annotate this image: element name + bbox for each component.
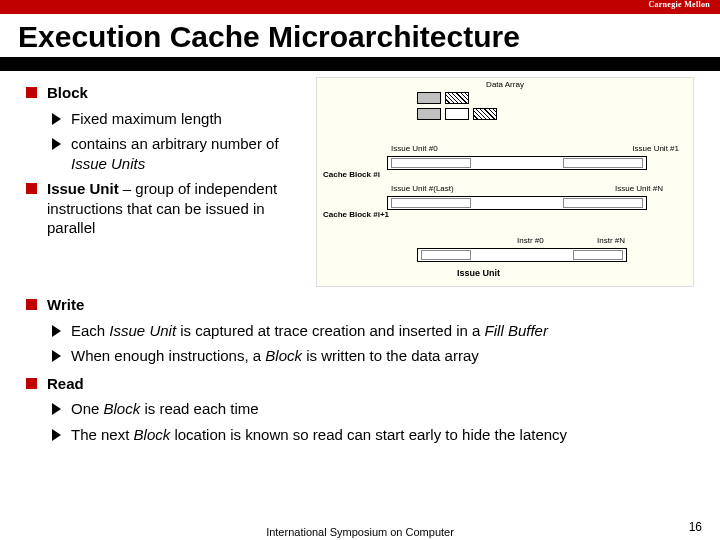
triangle-bullet-icon (52, 429, 61, 441)
bullet-read: Read (26, 374, 694, 394)
bullet-block-sub2: contains an arbitrary number of Issue Un… (52, 134, 306, 173)
page-number: 16 (689, 520, 702, 534)
brand-label: Carnegie Mellon (648, 0, 710, 9)
triangle-bullet-icon (52, 113, 61, 125)
bullet-block-label: Block (47, 83, 88, 103)
issue-unit-box (391, 198, 471, 208)
triangle-bullet-icon (52, 403, 61, 415)
footer-text: International Symposium on Computer (266, 526, 454, 538)
square-bullet-icon (26, 378, 37, 389)
text: The next Block location is known so read… (71, 425, 567, 445)
diagram-label: Issue Unit (457, 268, 500, 278)
diagram-label: Cache Block #i (323, 170, 380, 179)
triangle-bullet-icon (52, 138, 61, 150)
triangle-bullet-icon (52, 350, 61, 362)
diagram-label: Cache Block #i+1 (323, 210, 389, 219)
bullet-block: Block (26, 83, 306, 103)
diagram-label: Issue Unit #0 (391, 144, 438, 153)
diagram-label: Issue Unit #(Last) (391, 184, 454, 193)
cell (417, 92, 441, 104)
square-bullet-icon (26, 183, 37, 194)
bullet-issue-unit: Issue Unit – group of independent instru… (26, 179, 306, 238)
instr-box (421, 250, 471, 260)
square-bullet-icon (26, 299, 37, 310)
slide-content: Block Fixed maximum length contains an a… (0, 71, 720, 444)
square-bullet-icon (26, 87, 37, 98)
diagram-label-data-array: Data Array (486, 80, 524, 89)
instr-box (573, 250, 623, 260)
bullet-read-label: Read (47, 374, 84, 394)
text: contains an arbitrary number of Issue Un… (71, 134, 306, 173)
text: One Block is read each time (71, 399, 259, 419)
diagram-label: Issue Unit #1 (632, 144, 679, 153)
bullet-read-sub1: One Block is read each time (52, 399, 694, 419)
top-red-band: Carnegie Mellon (0, 0, 720, 14)
text: Issue Unit – group of independent instru… (47, 179, 306, 238)
cell (473, 108, 497, 120)
cell (417, 108, 441, 120)
text: When enough instructions, a Block is wri… (71, 346, 479, 366)
slide-title: Execution Cache Microarchitecture (18, 18, 702, 55)
bullet-write: Write (26, 295, 694, 315)
bullet-read-sub2: The next Block location is known so read… (52, 425, 694, 445)
bullet-write-sub1: Each Issue Unit is captured at trace cre… (52, 321, 694, 341)
issue-unit-box (391, 158, 471, 168)
bullet-write-label: Write (47, 295, 84, 315)
diagram-label: Instr #N (597, 236, 625, 245)
bullet-write-sub2: When enough instructions, a Block is wri… (52, 346, 694, 366)
triangle-bullet-icon (52, 325, 61, 337)
cell (445, 108, 469, 120)
text: Each Issue Unit is captured at trace cre… (71, 321, 548, 341)
issue-unit-box (563, 198, 643, 208)
title-bar: Execution Cache Microarchitecture (0, 14, 720, 71)
diagram-label: Instr #0 (517, 236, 544, 245)
diagram-label: Issue Unit #N (615, 184, 663, 193)
architecture-diagram: Data Array Issue Unit #0 Issue Unit #1 C… (316, 77, 694, 287)
bullet-block-sub1: Fixed maximum length (52, 109, 306, 129)
cell (445, 92, 469, 104)
issue-unit-box (563, 158, 643, 168)
text: Fixed maximum length (71, 109, 222, 129)
